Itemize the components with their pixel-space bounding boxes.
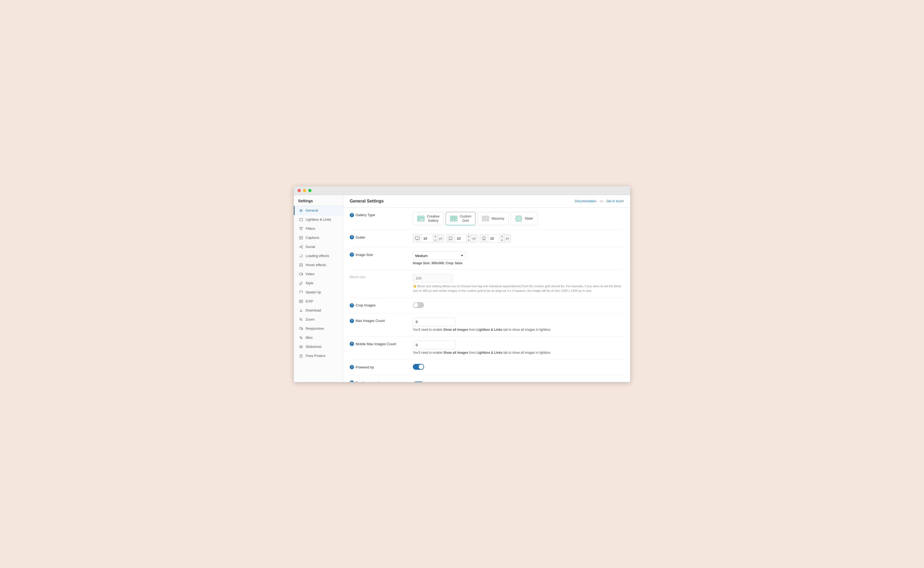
header-separator: - or - xyxy=(598,199,605,203)
gallery-type-help[interactable]: ? xyxy=(350,213,354,217)
max-images-input[interactable] xyxy=(413,318,456,326)
svg-rect-34 xyxy=(487,216,489,219)
gallery-type-row: ? Gallery Type xyxy=(350,208,624,230)
creative-gallery-icon xyxy=(417,215,425,222)
crop-images-help[interactable]: ? xyxy=(350,303,354,308)
video-icon xyxy=(299,272,303,276)
svg-rect-31 xyxy=(455,218,457,221)
sidebar-item-slideshow[interactable]: Slideshow xyxy=(294,342,343,351)
enable-pagination-row: ? Enable pagination 3 other settings ▼ xyxy=(350,375,624,382)
svg-point-0 xyxy=(300,210,302,211)
powered-by-toggle[interactable] xyxy=(413,364,424,370)
gutter-tablet-down[interactable]: ▼ xyxy=(467,238,471,242)
gutter-mobile-input[interactable] xyxy=(488,234,500,242)
svg-line-10 xyxy=(300,247,301,248)
image-size-row: ? Image Size Thumbnail Medium Medium Lar… xyxy=(350,247,624,270)
sidebar-label-speed-up: Speed Up xyxy=(306,290,321,294)
slideshow-icon xyxy=(299,344,303,349)
sidebar: Settings General xyxy=(294,195,343,382)
max-images-help[interactable]: ? xyxy=(350,319,354,323)
powered-by-label: Powered by xyxy=(356,365,374,369)
custom-grid-icon xyxy=(450,215,458,222)
gutter-tablet-unit: px xyxy=(471,234,477,242)
sidebar-item-loading-effects[interactable]: Loading effects xyxy=(294,251,343,260)
slider-icon xyxy=(515,215,523,222)
minimize-button[interactable] xyxy=(303,189,306,192)
image-size-select[interactable]: Thumbnail Medium Medium Large Large Full xyxy=(413,251,466,260)
gutter-desktop-input[interactable] xyxy=(422,234,433,242)
block-size-description: 👋 Block size setting allows you to choos… xyxy=(413,284,624,293)
sidebar-item-zoom[interactable]: Zoom xyxy=(294,315,343,324)
maximize-button[interactable] xyxy=(308,189,312,192)
sidebar-item-video[interactable]: Video xyxy=(294,270,343,279)
sidebar-item-style[interactable]: Style xyxy=(294,279,343,288)
documentation-link[interactable]: Documentation xyxy=(575,199,597,203)
svg-point-46 xyxy=(450,239,451,240)
sidebar-item-responsive[interactable]: Responsive xyxy=(294,324,343,333)
sidebar-label-misc: Misc xyxy=(306,335,313,340)
sidebar-item-misc[interactable]: Misc xyxy=(294,333,343,342)
sidebar-item-hover-effects[interactable]: Hover effects xyxy=(294,260,343,270)
gallery-type-slider[interactable]: Slider xyxy=(510,212,538,225)
get-in-touch-link[interactable]: Get in touch xyxy=(606,199,624,203)
gallery-type-label-col: ? Gallery Type xyxy=(350,212,409,217)
gutter-desktop-down[interactable]: ▼ xyxy=(433,238,438,242)
svg-rect-32 xyxy=(482,216,484,219)
svg-rect-22 xyxy=(417,216,420,218)
block-size-row: Block size 👋 Block size setting allows y… xyxy=(350,270,624,298)
sidebar-item-lightbox[interactable]: Lightbox & Links xyxy=(294,215,343,224)
max-images-row: ? Max Images Count You'll need to enable… xyxy=(350,313,624,337)
gallery-type-label: Gallery Type xyxy=(356,213,375,217)
sidebar-item-captions[interactable]: Captions xyxy=(294,233,343,242)
sidebar-item-speed-up[interactable]: Speed Up xyxy=(294,288,343,297)
enable-pagination-help[interactable]: ? xyxy=(350,381,354,382)
mobile-max-images-help[interactable]: ? xyxy=(350,342,354,346)
sidebar-label-hover-effects: Hover effects xyxy=(306,263,326,267)
sidebar-item-exif[interactable]: EXIF xyxy=(294,297,343,306)
gutter-tablet-input[interactable] xyxy=(455,234,466,242)
sidebar-item-pass-protect[interactable]: Pass Protect xyxy=(294,351,343,360)
sidebar-item-general[interactable]: General xyxy=(294,206,343,215)
sidebar-item-social[interactable]: Social xyxy=(294,242,343,251)
gallery-type-custom-grid[interactable]: CustomGrid xyxy=(446,212,476,225)
sidebar-label-slideshow: Slideshow xyxy=(306,344,321,349)
svg-point-8 xyxy=(302,248,303,248)
powered-by-help[interactable]: ? xyxy=(350,365,354,369)
page-title: General Settings xyxy=(350,199,384,204)
captions-icon xyxy=(299,236,303,240)
svg-rect-27 xyxy=(453,216,454,218)
sidebar-item-filters[interactable]: Filters xyxy=(294,224,343,233)
max-images-label-col: ? Max Images Count xyxy=(350,318,409,323)
loading-icon xyxy=(299,254,303,258)
svg-rect-28 xyxy=(455,216,457,218)
gallery-type-masonry[interactable]: Masonry xyxy=(477,212,509,225)
mobile-max-images-row: ? Mobile Max Images Count You'll need to… xyxy=(350,336,624,360)
sidebar-label-zoom: Zoom xyxy=(306,317,314,322)
gutter-mobile-up[interactable]: ▲ xyxy=(500,234,504,238)
mobile-max-images-input[interactable] xyxy=(413,341,456,349)
style-icon xyxy=(299,281,303,286)
image-size-label: Image Size xyxy=(356,253,373,257)
close-button[interactable] xyxy=(298,189,301,192)
gutter-help[interactable]: ? xyxy=(350,235,354,239)
svg-point-14 xyxy=(300,301,301,302)
svg-rect-12 xyxy=(300,273,302,275)
block-size-input[interactable] xyxy=(413,274,453,282)
sidebar-label-general: General xyxy=(306,208,318,212)
sidebar-label-captions: Captions xyxy=(306,236,319,240)
gutter-mobile-spinner: ▲ ▼ xyxy=(500,234,504,242)
svg-point-41 xyxy=(518,221,518,221)
svg-rect-25 xyxy=(420,218,424,221)
sidebar-item-download[interactable]: Download xyxy=(294,306,343,315)
svg-point-19 xyxy=(301,337,302,339)
image-size-help[interactable]: ? xyxy=(350,252,354,257)
crop-images-toggle[interactable] xyxy=(413,302,424,308)
gallery-type-creative[interactable]: CreativeGallery xyxy=(413,212,444,225)
svg-rect-30 xyxy=(453,218,454,221)
sidebar-label-pass-protect: Pass Protect xyxy=(306,354,326,358)
gutter-tablet: ▲ ▼ px xyxy=(446,234,477,243)
gutter-desktop-up[interactable]: ▲ xyxy=(433,234,438,238)
gutter-mobile-down[interactable]: ▼ xyxy=(500,238,504,242)
gutter-tablet-up[interactable]: ▲ xyxy=(467,234,471,238)
mobile-max-images-hint: You'll need to enable Show all images fr… xyxy=(413,350,624,355)
